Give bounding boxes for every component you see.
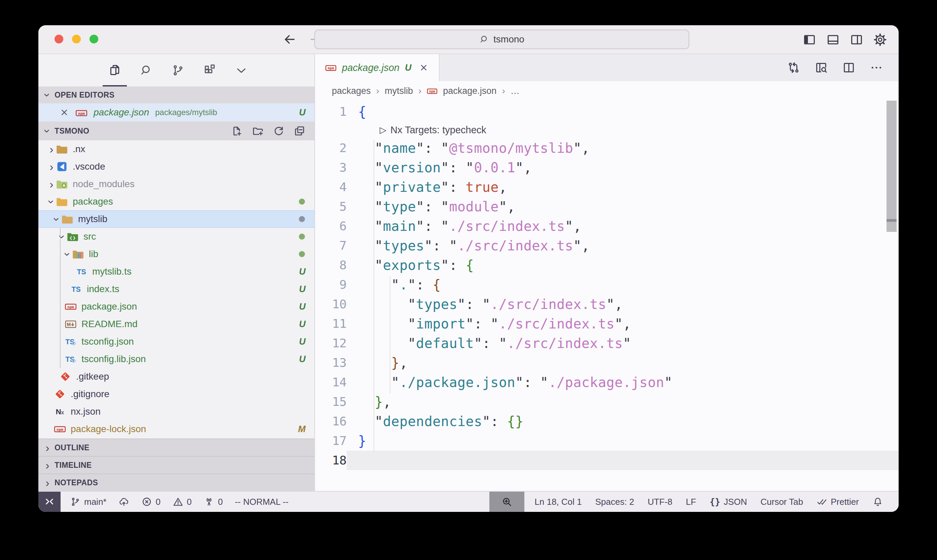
status-eol-sequence[interactable]: LF bbox=[686, 497, 696, 507]
layout-panel-icon[interactable] bbox=[826, 33, 840, 47]
code-line-13[interactable]: 13 }, bbox=[315, 353, 899, 372]
code-line-6[interactable]: 6 "main": "./src/index.ts", bbox=[315, 216, 899, 236]
status-vim-mode[interactable]: -- NORMAL -- bbox=[235, 497, 288, 507]
close-window-button[interactable] bbox=[54, 35, 63, 43]
status-encoding[interactable]: UTF-8 bbox=[648, 497, 672, 507]
close-tab-icon[interactable] bbox=[419, 63, 429, 73]
breadcrumb-separator: › bbox=[376, 86, 379, 96]
chevron-right-icon: › bbox=[43, 459, 52, 471]
code-line-9[interactable]: 9 ".": { bbox=[315, 275, 899, 294]
activity-item-more-views[interactable] bbox=[234, 54, 249, 86]
split-editor-icon[interactable] bbox=[842, 61, 855, 74]
code-line-12[interactable]: 12 "default": "./src/index.ts" bbox=[315, 334, 899, 353]
tree-item--gitignore[interactable]: .gitignore bbox=[38, 385, 314, 403]
tree-item-packages[interactable]: ›packages bbox=[38, 193, 314, 210]
breadcrumb-item[interactable]: mytslib bbox=[385, 86, 413, 96]
breadcrumb-item[interactable]: packages bbox=[332, 86, 371, 96]
tree-item-package-lock-json[interactable]: npmpackage-lock.jsonM bbox=[38, 420, 314, 438]
activity-item-extensions[interactable] bbox=[202, 54, 217, 86]
open-editors-header[interactable]: › OPEN EDITORS bbox=[38, 86, 314, 103]
tree-item-index-ts[interactable]: TSindex.tsU bbox=[38, 280, 314, 298]
new-file-icon[interactable] bbox=[231, 125, 243, 137]
open-editor-item[interactable]: npmpackage.jsonpackages/mytslibU bbox=[38, 103, 314, 122]
tree-item-package-json[interactable]: npmpackage.jsonU bbox=[38, 298, 314, 315]
code-line-4[interactable]: 4 "private": true, bbox=[315, 177, 899, 197]
activity-item-search[interactable] bbox=[139, 54, 154, 86]
layout-left-icon[interactable] bbox=[802, 33, 817, 47]
new-folder-icon[interactable] bbox=[252, 125, 264, 137]
minimize-window-button[interactable] bbox=[72, 35, 81, 43]
breadcrumb-item[interactable]: package.json bbox=[443, 86, 497, 96]
command-center-search[interactable]: tsmono bbox=[314, 29, 689, 49]
git-status-badge: U bbox=[299, 107, 306, 118]
code-line-14[interactable]: 14 "./package.json": "./package.json" bbox=[315, 372, 899, 392]
code-line-1[interactable]: 1{ bbox=[315, 102, 899, 122]
git-status-badge: U bbox=[299, 319, 306, 329]
status-language-mode[interactable]: {}JSON bbox=[709, 496, 747, 507]
breadcrumb-item[interactable]: … bbox=[511, 86, 520, 96]
status-cursor-tab[interactable]: Cursor Tab bbox=[761, 497, 803, 507]
code-line-7[interactable]: 7 "types": "./src/index.ts", bbox=[315, 236, 899, 255]
explorer-header[interactable]: › TSMONO bbox=[38, 122, 314, 140]
tree-item--nx[interactable]: ›.nx bbox=[38, 140, 314, 158]
tree-item-mytslib-ts[interactable]: TSmytslib.tsU bbox=[38, 263, 314, 280]
status-git-branch[interactable]: main* bbox=[70, 496, 106, 507]
code-line-16[interactable]: 16 "dependencies": {} bbox=[315, 412, 899, 431]
back-button[interactable] bbox=[282, 32, 297, 47]
file-tree: ›.nx›.vscode›node_modules›packages›mytsl… bbox=[38, 140, 314, 438]
tree-item-nx-json[interactable]: Nxnx.json bbox=[38, 403, 314, 420]
collapse-all-icon[interactable] bbox=[294, 125, 306, 137]
code-line-8[interactable]: 8 "exports": { bbox=[315, 255, 899, 275]
tree-item-tsconfig-lib-json[interactable]: TStsconfig.lib.jsonU bbox=[38, 350, 314, 368]
code-line-17[interactable]: 17} bbox=[315, 431, 899, 451]
code-line-11[interactable]: 11 "import": "./src/index.ts", bbox=[315, 314, 899, 334]
code-line-2[interactable]: 2 "name": "@tsmono/mytslib", bbox=[315, 138, 899, 158]
status-screencast-zoom[interactable] bbox=[489, 492, 525, 512]
open-changes-icon[interactable] bbox=[787, 61, 800, 74]
gear-icon[interactable] bbox=[873, 33, 887, 47]
code-line-5[interactable]: 5 "type": "module", bbox=[315, 197, 899, 216]
status-indentation[interactable]: Spaces: 2 bbox=[595, 497, 634, 507]
tree-item--vscode[interactable]: ›.vscode bbox=[38, 158, 314, 175]
panel-header-outline[interactable]: ›OUTLINE bbox=[38, 438, 314, 456]
chevron-down-icon bbox=[235, 64, 248, 77]
status-notifications[interactable] bbox=[872, 496, 883, 507]
zoom-window-button[interactable] bbox=[89, 35, 98, 43]
codelens-nx-targets[interactable]: ▷Nx Targets: typecheck bbox=[315, 122, 899, 138]
open-preview-icon[interactable] bbox=[814, 61, 828, 74]
status-publish-changes[interactable] bbox=[118, 496, 129, 507]
panel-header-timeline[interactable]: ›TIMELINE bbox=[38, 456, 314, 474]
code-line-3[interactable]: 3 "version": "0.0.1", bbox=[315, 158, 899, 177]
status-formatter[interactable]: Prettier bbox=[817, 496, 859, 507]
status-errors[interactable]: 0 bbox=[142, 496, 160, 507]
editor-scrollbar[interactable] bbox=[886, 101, 897, 232]
close-editor-icon[interactable] bbox=[59, 107, 69, 117]
tree-item-readme-md[interactable]: MREADME.mdU bbox=[38, 315, 314, 333]
tree-item-node-modules[interactable]: ›node_modules bbox=[38, 175, 314, 193]
tree-item-mytslib[interactable]: ›mytslib bbox=[38, 210, 314, 228]
git-status-badge: U bbox=[299, 302, 306, 312]
tab-package-json[interactable]: npm package.json U bbox=[315, 54, 440, 81]
status-warnings[interactable]: 0 bbox=[173, 496, 191, 507]
status-formatter-label: Prettier bbox=[831, 497, 859, 507]
tree-item-lib[interactable]: ›lib bbox=[38, 245, 314, 263]
activity-item-source-control[interactable] bbox=[171, 54, 185, 86]
code-line-10[interactable]: 10 "types": "./src/index.ts", bbox=[315, 294, 899, 314]
status-ports[interactable]: 0 bbox=[204, 496, 223, 507]
status-cursor-position[interactable]: Ln 18, Col 1 bbox=[534, 497, 582, 507]
tree-item--gitkeep[interactable]: .gitkeep bbox=[38, 368, 314, 385]
line-content: "dependencies": {} bbox=[347, 412, 899, 431]
code-editor[interactable]: 1{▷Nx Targets: typecheck2 "name": "@tsmo… bbox=[315, 101, 899, 491]
code-line-18[interactable]: 18 bbox=[315, 451, 899, 470]
svg-text:npm: npm bbox=[78, 111, 85, 116]
tree-item-src[interactable]: ›src bbox=[38, 228, 314, 245]
line-number: 15 bbox=[315, 392, 347, 412]
refresh-icon[interactable] bbox=[272, 125, 285, 137]
more-actions-icon[interactable] bbox=[870, 61, 883, 74]
layout-right-icon[interactable] bbox=[849, 33, 864, 47]
panel-header-notepads[interactable]: ›NOTEPADS bbox=[38, 474, 314, 491]
activity-item-explorer[interactable] bbox=[108, 54, 122, 86]
code-line-15[interactable]: 15 }, bbox=[315, 392, 899, 412]
tree-item-tsconfig-json[interactable]: TStsconfig.jsonU bbox=[38, 333, 314, 350]
status-remote-indicator[interactable] bbox=[38, 492, 61, 512]
